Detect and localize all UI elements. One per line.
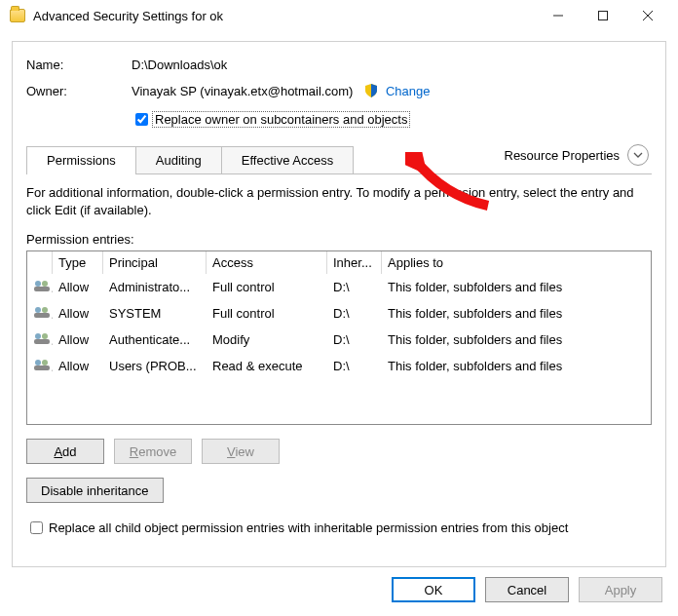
cell-applies: This folder, subfolders and files bbox=[382, 277, 651, 297]
titlebar: Advanced Security Settings for ok bbox=[0, 0, 678, 31]
svg-rect-6 bbox=[34, 287, 50, 291]
col-access[interactable]: Access bbox=[207, 251, 327, 274]
tab-permissions[interactable]: Permissions bbox=[26, 146, 136, 174]
cancel-button[interactable]: Cancel bbox=[485, 577, 569, 602]
remove-button[interactable]: Remove bbox=[114, 439, 192, 464]
svg-point-8 bbox=[42, 307, 48, 313]
svg-rect-15 bbox=[34, 366, 50, 370]
maximize-button[interactable] bbox=[581, 1, 625, 30]
cell-access: Modify bbox=[207, 329, 327, 350]
close-button[interactable] bbox=[625, 1, 670, 30]
col-principal[interactable]: Principal bbox=[103, 251, 207, 274]
cell-inherited: D:\ bbox=[327, 356, 382, 376]
cell-type: Allow bbox=[53, 303, 103, 324]
owner-value: Vinayak SP (vinayak.etx@hotmail.com) bbox=[132, 84, 353, 98]
disable-inheritance-button[interactable]: Disable inheritance bbox=[26, 478, 164, 503]
svg-point-10 bbox=[35, 333, 41, 339]
name-label: Name: bbox=[26, 58, 132, 72]
cell-access: Full control bbox=[207, 277, 327, 297]
apply-button[interactable]: Apply bbox=[579, 577, 662, 602]
svg-point-14 bbox=[42, 360, 48, 366]
table-row[interactable]: AllowUsers (PROB...Read & executeD:\This… bbox=[27, 353, 651, 379]
svg-rect-9 bbox=[34, 313, 50, 318]
users-icon bbox=[33, 279, 51, 292]
window-title: Advanced Security Settings for ok bbox=[33, 9, 536, 23]
window: Advanced Security Settings for ok Name: … bbox=[0, 0, 678, 616]
name-value: D:\Downloads\ok bbox=[132, 58, 227, 72]
minimize-button[interactable] bbox=[536, 1, 581, 30]
svg-point-13 bbox=[35, 360, 41, 366]
users-icon bbox=[33, 331, 51, 345]
change-owner-link[interactable]: Change bbox=[364, 84, 430, 98]
cell-principal: SYSTEM bbox=[103, 303, 207, 324]
cell-principal: Users (PROB... bbox=[103, 356, 207, 376]
cell-applies: This folder, subfolders and files bbox=[382, 356, 651, 376]
cell-type: Allow bbox=[53, 277, 103, 297]
info-text: For additional information, double-click… bbox=[26, 184, 652, 218]
owner-label: Owner: bbox=[26, 84, 132, 98]
shield-icon bbox=[364, 84, 378, 97]
cell-inherited: D:\ bbox=[327, 303, 382, 324]
table-row[interactable]: AllowAdministrato...Full controlD:\This … bbox=[27, 274, 651, 300]
svg-point-4 bbox=[35, 281, 41, 287]
cell-type: Allow bbox=[53, 356, 103, 376]
resource-properties-label: Resource Properties bbox=[505, 148, 621, 163]
cell-principal: Administrato... bbox=[103, 277, 207, 297]
folder-icon bbox=[10, 9, 25, 22]
svg-point-7 bbox=[35, 307, 41, 313]
users-icon bbox=[33, 305, 51, 319]
resource-properties-toggle[interactable]: Resource Properties bbox=[505, 144, 650, 166]
replace-owner-label[interactable]: Replace owner on subcontainers and objec… bbox=[152, 111, 410, 128]
col-inherited[interactable]: Inher... bbox=[327, 251, 382, 274]
replace-all-checkbox[interactable] bbox=[30, 521, 43, 534]
table-row[interactable]: AllowAuthenticate...ModifyD:\This folder… bbox=[27, 327, 651, 353]
cell-applies: This folder, subfolders and files bbox=[382, 303, 651, 324]
cell-inherited: D:\ bbox=[327, 277, 382, 297]
cell-access: Full control bbox=[207, 303, 327, 324]
svg-point-5 bbox=[42, 281, 48, 287]
table-row[interactable]: AllowSYSTEMFull controlD:\This folder, s… bbox=[27, 300, 651, 327]
svg-rect-1 bbox=[599, 12, 608, 20]
col-icon[interactable] bbox=[27, 251, 53, 274]
replace-owner-checkbox[interactable] bbox=[135, 113, 148, 126]
col-type[interactable]: Type bbox=[53, 251, 103, 274]
cell-access: Read & execute bbox=[207, 356, 327, 376]
col-applies[interactable]: Applies to bbox=[382, 251, 651, 274]
main-panel: Name: D:\Downloads\ok Owner: Vinayak SP … bbox=[12, 41, 666, 567]
cell-inherited: D:\ bbox=[327, 329, 382, 350]
permission-entries-table: Type Principal Access Inher... Applies t… bbox=[26, 250, 652, 425]
chevron-down-icon bbox=[627, 144, 649, 166]
replace-all-label[interactable]: Replace all child object permission entr… bbox=[49, 520, 568, 535]
cell-type: Allow bbox=[53, 329, 103, 350]
tab-auditing[interactable]: Auditing bbox=[135, 146, 222, 174]
svg-rect-12 bbox=[34, 339, 50, 344]
ok-button[interactable]: OK bbox=[392, 577, 475, 602]
svg-point-11 bbox=[42, 333, 48, 339]
view-button[interactable]: View bbox=[202, 439, 280, 464]
cell-applies: This folder, subfolders and files bbox=[382, 329, 651, 350]
users-icon bbox=[33, 358, 51, 371]
permission-entries-label: Permission entries: bbox=[26, 232, 652, 247]
tab-effective-access[interactable]: Effective Access bbox=[221, 146, 354, 174]
change-link-text: Change bbox=[386, 84, 431, 98]
add-button[interactable]: Add bbox=[26, 439, 104, 464]
cell-principal: Authenticate... bbox=[103, 329, 207, 350]
